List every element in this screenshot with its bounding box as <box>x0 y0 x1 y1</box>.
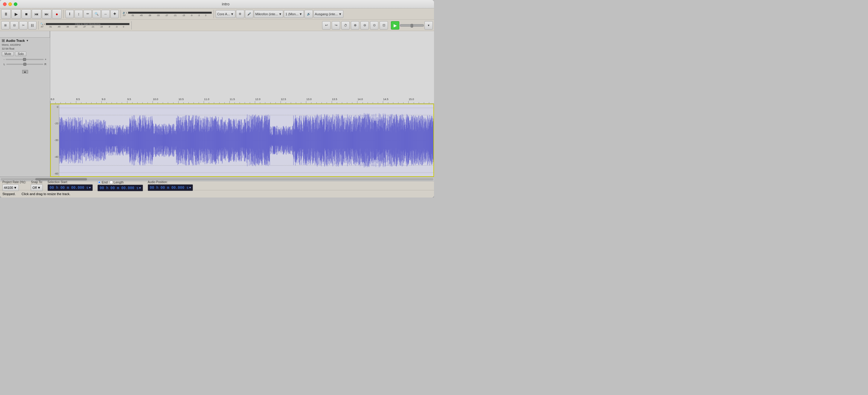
selection-start-dropdown[interactable]: ▼ <box>89 186 91 189</box>
level-meter-monitor: 🔍 L Click to Start Monitoring -57-51-45-… <box>40 23 129 28</box>
ruler-spacer <box>0 31 50 38</box>
content-area: × Audio Track ▼ Mono, 44100Hz 32-bit flo… <box>0 31 434 177</box>
zoom-mic-icon: 🔍 <box>40 23 43 25</box>
project-rate-group: Project Rate (Hz): 44100 ▼ <box>2 180 26 191</box>
audio-position-value: 00 h 00 m 00.000 s <box>150 186 189 190</box>
selection-start-label: Selection Start: <box>48 180 93 184</box>
zoom-tool-button[interactable]: 🔍 <box>92 10 101 18</box>
play-at-speed-button[interactable]: ▶ <box>391 21 399 30</box>
project-rate-select[interactable]: 44100 ▼ <box>2 184 19 191</box>
status-right: Click and drag to resize the track. <box>22 192 70 196</box>
audio-position-label: Audio Position: <box>148 180 193 184</box>
bottom-bar: Project Rate (Hz): 44100 ▼ Snap To: Off … <box>0 181 434 197</box>
preferences-button[interactable]: ⚙ <box>236 10 244 18</box>
undo-button[interactable]: ↩ <box>322 21 331 30</box>
scrollbar-thumb[interactable] <box>35 178 87 180</box>
audio-position-dropdown[interactable]: ▼ <box>189 186 191 189</box>
snap-to-select[interactable]: Off ▼ <box>31 184 42 191</box>
monitoring-label[interactable]: Click to Start Monitoring <box>46 23 129 25</box>
fit-project-button[interactable]: ⊟ <box>10 21 19 30</box>
zoom-sel-button[interactable]: ⊙ <box>370 21 378 30</box>
pan-row: L R <box>4 63 46 66</box>
toolbar-row1: ⏸ ▶ ■ ⏮ ⏭ ● I ↕ ✏ 🔍 ↔ ✚ 🔊 L <box>0 8 434 20</box>
skip-forward-button[interactable]: ⏭ <box>42 9 52 19</box>
timer-button[interactable]: ⏱ <box>341 21 350 30</box>
selection-start-display[interactable]: 00 h 00 m 00.000 s ▼ <box>48 184 93 191</box>
sep5 <box>131 21 132 30</box>
end-length-group: End Length 00 h 00 m 00.000 s ▼ <box>97 180 143 191</box>
traffic-lights <box>3 2 17 6</box>
level-bar-monitor: Click to Start Monitoring <box>46 23 129 25</box>
status-bar: Stopped. Click and drag to resize the tr… <box>0 190 434 197</box>
core-audio-select[interactable]: Core A... ▼ <box>216 10 236 18</box>
titlebar: intro <box>0 0 434 8</box>
output-select[interactable]: Ausgang (inte... ▼ <box>313 10 343 18</box>
chevron-down-icon3: ▼ <box>299 12 302 16</box>
envelope-tool-button[interactable]: ↕ <box>74 10 83 18</box>
arrow-tool-button[interactable]: ↔ <box>101 10 110 18</box>
track-close-button[interactable]: × <box>2 39 5 42</box>
mute-button[interactable]: Mute <box>2 52 14 56</box>
device-group: Core A... ▼ ⚙ 🎤 Mikrofon (inte... ▼ 1 (M… <box>216 10 343 18</box>
minimize-button[interactable] <box>8 2 12 6</box>
skip-back-button[interactable]: ⏮ <box>32 9 41 19</box>
timeline-ruler[interactable]: 8.08.59.09.510.010.511.011.512.012.513.0… <box>50 31 434 104</box>
output-icon-button[interactable]: 🔊 <box>305 10 313 18</box>
end-dropdown[interactable]: ▼ <box>139 187 141 190</box>
solo-button[interactable]: Solo <box>15 52 26 56</box>
cursor-tool-button[interactable]: I <box>65 10 74 18</box>
output-label: Ausgang (inte... <box>315 12 338 16</box>
microphone-select[interactable]: Mikrofon (inte... ▼ <box>254 10 284 18</box>
zoom-fit-button[interactable]: ⊡ <box>379 21 388 30</box>
fit-tracks-button[interactable]: ⊞ <box>1 21 9 30</box>
db-minus60: -60 <box>52 172 58 175</box>
zoom-in-button[interactable]: ⊕ <box>351 21 359 30</box>
expand-track-button[interactable]: ▲ <box>22 70 28 73</box>
cross-tool-button[interactable]: ✚ <box>111 10 119 18</box>
gain-plus-label: + <box>45 58 46 61</box>
silence-button[interactable]: ∥∥ <box>28 21 36 30</box>
pan-slider[interactable] <box>6 64 43 65</box>
chevron-down-icon2: ▼ <box>278 12 282 16</box>
track-controls-lower: - + L R <box>2 56 48 68</box>
end-radio-option[interactable]: End <box>97 180 108 184</box>
maximize-button[interactable] <box>14 2 17 6</box>
pencil-tool-button[interactable]: ✏ <box>84 10 92 18</box>
transport-group: ⏸ ▶ ■ ⏮ ⏭ ● <box>1 9 62 19</box>
sep2 <box>121 10 121 18</box>
scrollbar-track[interactable] <box>1 178 433 180</box>
speed-menu-button[interactable]: ▼ <box>425 21 433 30</box>
close-button[interactable] <box>3 2 7 6</box>
main-content: × Audio Track ▼ Mono, 44100Hz 32-bit flo… <box>0 31 434 181</box>
speaker-icon: 🔊 <box>123 11 126 14</box>
speed-slider-thumb <box>411 24 413 28</box>
zoom-out-button[interactable]: ⊖ <box>361 21 369 30</box>
pan-slider-thumb <box>23 63 26 66</box>
right-tools-group: ↩ ↪ ⏱ ⊕ ⊖ ⊙ ⊡ <box>322 21 388 30</box>
play-button[interactable]: ▶ <box>11 9 21 19</box>
channel-select[interactable]: 1 (Mon... ▼ <box>284 10 304 18</box>
record-button[interactable]: ● <box>52 9 62 19</box>
bottom-controls: Project Rate (Hz): 44100 ▼ Snap To: Off … <box>0 182 434 190</box>
speed-slider[interactable] <box>400 24 424 27</box>
waveform-container: 0 -20 -30 -40 -60 <box>50 104 434 177</box>
length-radio-option[interactable]: Length <box>110 180 124 184</box>
track-dropdown-button[interactable]: ▼ <box>26 39 29 42</box>
main-window: intro ⏸ ▶ ■ ⏮ ⏭ ● I ↕ ✏ 🔍 ↔ ✚ 🔊 L <box>0 0 434 197</box>
mic-button[interactable]: 🎤 <box>245 10 253 18</box>
microphone-label: Mikrofon (inte... <box>255 12 278 16</box>
toolbar-row2: ⊞ ⊟ ✂ ∥∥ 🔍 L Click to Start Monitoring -… <box>0 20 434 31</box>
audio-position-group: Audio Position: 00 h 00 m 00.000 s ▼ <box>148 180 193 191</box>
redo-button[interactable]: ↪ <box>332 21 340 30</box>
waveform-canvas[interactable] <box>59 104 433 176</box>
end-length-radio-group: End Length <box>97 180 143 184</box>
audio-position-display[interactable]: 00 h 00 m 00.000 s ▼ <box>148 184 193 191</box>
pause-button[interactable]: ⏸ <box>1 9 11 19</box>
trim-button[interactable]: ✂ <box>19 21 28 30</box>
gain-slider[interactable] <box>6 59 44 60</box>
db-minus40: -40 <box>52 155 58 158</box>
chevron-down-icon4: ▼ <box>339 12 342 16</box>
snap-to-label: Snap To: <box>31 180 42 184</box>
stop-button[interactable]: ■ <box>22 9 31 19</box>
track-name-row: × Audio Track ▼ <box>2 39 48 42</box>
